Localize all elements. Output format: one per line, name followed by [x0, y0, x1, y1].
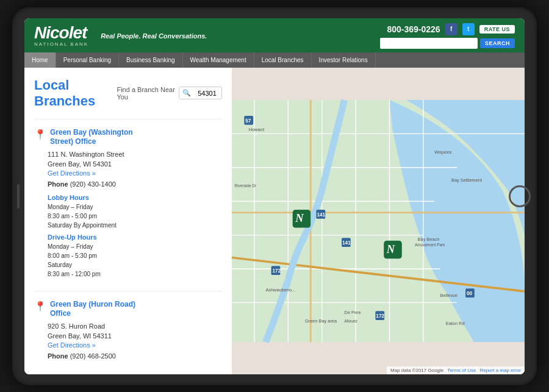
svg-text:Ashwaubeno...: Ashwaubeno...	[265, 287, 295, 292]
header-search-button[interactable]: SEARCH	[480, 38, 515, 48]
svg-text:Howard: Howard	[249, 126, 264, 132]
header: Nicolet NATIONAL BANK Real People. Real …	[24, 18, 525, 52]
twitter-icon[interactable]: t	[462, 23, 475, 35]
svg-text:Amusement Park: Amusement Park	[415, 243, 445, 247]
svg-text:N: N	[386, 243, 395, 255]
branch-1-driveup-hours: Drive-Up Hours Monday – Friday 8:00 am -…	[48, 233, 222, 279]
driveup-hours-title: Drive-Up Hours	[48, 233, 222, 241]
svg-text:Allouez: Allouez	[345, 318, 357, 323]
branch-1-address: 111 N. Washington Street Green Bay, WI 5…	[48, 149, 222, 169]
logo-name: Nicolet	[34, 24, 88, 41]
branch-1-name: Green Bay (WashingtonStreet) Office	[50, 128, 133, 147]
branch-1-lobby-hours: Lobby Hours Monday – Friday 8:30 am - 5:…	[48, 194, 222, 230]
svg-text:Green Bay area: Green Bay area	[305, 318, 337, 323]
map-area: Howard Riverside Dr Bay Settlement Wequi…	[232, 68, 525, 374]
branch-1-directions-link[interactable]: Get Directions »	[48, 169, 222, 177]
svg-text:De Pere: De Pere	[345, 309, 361, 315]
svg-text:172: 172	[272, 268, 281, 274]
find-branch-label: Find a Branch Near You	[117, 86, 175, 101]
branch-1-header: 📍 Green Bay (WashingtonStreet) Office	[34, 128, 222, 147]
svg-text:Eaton Rd: Eaton Rd	[446, 321, 465, 326]
svg-text:Wequiock: Wequiock	[434, 149, 452, 154]
branch-item-2: 📍 Green Bay (Huron Road)Office 920 S. Hu…	[34, 291, 222, 374]
logo-subtitle: NATIONAL BANK	[34, 41, 88, 47]
header-search-input[interactable]	[380, 38, 478, 49]
svg-text:Bellevue: Bellevue	[440, 293, 458, 298]
svg-text:172: 172	[376, 313, 384, 319]
lobby-hours-text: Monday – Friday 8:30 am - 5:00 pm Saturd…	[48, 202, 222, 230]
driveup-hours-text: Monday – Friday 8:00 am - 5:30 pm Saturd…	[48, 242, 222, 279]
page-title-row: Local Branches Find a Branch Near You 🔍	[34, 77, 222, 109]
zip-search-box: 🔍	[179, 87, 222, 99]
nav-item-wealth[interactable]: Wealth Management	[183, 52, 254, 68]
facebook-icon[interactable]: f	[445, 23, 458, 35]
header-top-row: 800-369-0226 f t RATE US	[387, 23, 515, 35]
search-row: SEARCH	[380, 38, 515, 49]
find-branch-area: Find a Branch Near You 🔍	[117, 86, 222, 101]
svg-text:N: N	[295, 212, 304, 224]
branch-2-phone: Phone (920) 468-2500	[48, 352, 222, 360]
svg-text:141: 141	[317, 212, 325, 218]
map-svg: Howard Riverside Dr Bay Settlement Wequi…	[232, 68, 525, 374]
map-data-text: Map data ©2017 Google	[390, 368, 443, 373]
zip-search-icon: 🔍	[179, 87, 194, 99]
svg-text:57: 57	[245, 117, 251, 123]
branch-2-address: 920 S. Huron Road Green Bay, WI 54311	[48, 321, 222, 341]
left-panel: Local Branches Find a Branch Near You 🔍	[24, 68, 232, 374]
svg-text:00: 00	[467, 290, 473, 296]
rate-us-button[interactable]: RATE US	[479, 25, 515, 34]
logo-area: Nicolet NATIONAL BANK Real People. Real …	[34, 24, 207, 47]
map-pin-icon-1: 📍	[34, 129, 46, 140]
map-pin-icon-2: 📍	[34, 301, 46, 312]
lobby-hours-title: Lobby Hours	[48, 194, 222, 201]
nav-item-investor[interactable]: Investor Relations	[312, 52, 376, 68]
page-title: Local Branches	[34, 77, 117, 109]
branch-2-name: Green Bay (Huron Road)Office	[50, 300, 135, 319]
screen: Nicolet NATIONAL BANK Real People. Real …	[24, 18, 525, 374]
tablet-frame: Nicolet NATIONAL BANK Real People. Real …	[12, 7, 537, 385]
tagline: Real People. Real Conversations.	[101, 32, 207, 40]
main-nav: Home Personal Banking Business Banking W…	[24, 52, 525, 68]
logo-block: Nicolet NATIONAL BANK	[34, 24, 88, 47]
nav-item-home[interactable]: Home	[24, 52, 56, 68]
nav-item-personal[interactable]: Personal Banking	[56, 52, 119, 68]
map-footer: Map data ©2017 Google Terms of Use Repor…	[387, 366, 525, 374]
nav-item-business[interactable]: Business Banking	[119, 52, 183, 68]
svg-text:141: 141	[342, 240, 351, 246]
branch-2-header: 📍 Green Bay (Huron Road)Office	[34, 300, 222, 319]
branch-2-directions-link[interactable]: Get Directions »	[48, 341, 222, 349]
zip-input[interactable]	[194, 88, 222, 99]
nav-item-branches[interactable]: Local Branches	[254, 52, 312, 68]
branch-list: 📍 Green Bay (WashingtonStreet) Office 11…	[34, 119, 222, 374]
main-content: Local Branches Find a Branch Near You 🔍	[24, 68, 525, 374]
svg-text:Riverside Dr: Riverside Dr	[235, 184, 257, 188]
svg-text:Bay Beach: Bay Beach	[418, 236, 440, 241]
header-right: 800-369-0226 f t RATE US SEARCH	[380, 23, 515, 49]
branch-1-phone: Phone (920) 430-1400	[48, 180, 222, 188]
phone-number: 800-369-0226	[387, 24, 440, 34]
svg-text:Bay Settlement: Bay Settlement	[451, 177, 482, 182]
terms-of-use-link[interactable]: Terms of Use	[447, 368, 476, 373]
report-map-error-link[interactable]: Report a map error	[479, 368, 521, 373]
branch-item-1: 📍 Green Bay (WashingtonStreet) Office 11…	[34, 119, 222, 291]
